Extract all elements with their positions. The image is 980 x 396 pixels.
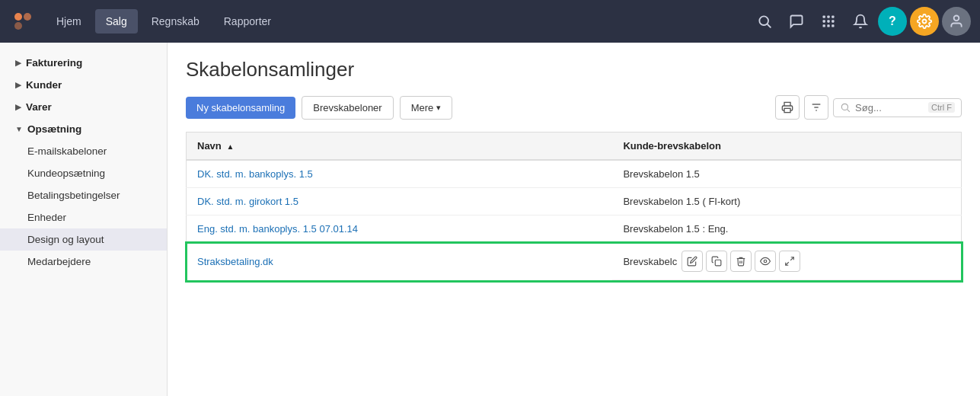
nav-regnskab[interactable]: Regnskab: [141, 9, 210, 34]
topnav-icons: ?: [750, 7, 971, 36]
search-input-icon: [840, 102, 851, 113]
page-title: Skabelonsamlinger: [186, 58, 962, 81]
cell-customer-letter: Brevskabelon 1.5: [612, 160, 961, 188]
sidebar-item-kunder[interactable]: ▶ Kunder: [0, 74, 167, 96]
cell-customer-letter: Brevskabelon 1.5 : Eng.: [612, 216, 961, 243]
svg-line-21: [848, 110, 850, 112]
table-row[interactable]: DK. std. m. girokort 1.5 Brevskabelon 1.…: [187, 188, 962, 216]
mere-button[interactable]: Mere ▾: [400, 96, 453, 120]
table-row[interactable]: DK. std. m. bankoplys. 1.5 Brevskabelon …: [187, 160, 962, 188]
chat-icon[interactable]: [782, 7, 811, 36]
data-table: Navn ▲ Kunde-brevskabelon DK. std. m. ba…: [186, 132, 962, 281]
svg-rect-8: [823, 20, 825, 22]
svg-rect-13: [832, 24, 834, 27]
sidebar-item-fakturering[interactable]: ▶ Fakturering: [0, 52, 167, 74]
svg-rect-11: [823, 24, 825, 27]
cell-customer-letter: Brevskabelc: [612, 243, 961, 280]
svg-rect-9: [827, 20, 829, 22]
svg-rect-7: [832, 16, 834, 18]
filter-icon[interactable]: [804, 95, 828, 120]
sidebar-item-betalingsbetingelser[interactable]: Betalingsbetingelser: [0, 184, 167, 206]
svg-point-2: [14, 22, 22, 30]
arrow-icon: ▶: [15, 81, 21, 89]
sidebar-item-opsaetning[interactable]: ▼ Opsætning: [0, 118, 167, 140]
svg-rect-10: [832, 20, 834, 22]
main-layout: ▶ Fakturering ▶ Kunder ▶ Varer ▼ Opsætni…: [0, 43, 980, 396]
svg-point-0: [14, 13, 22, 21]
delete-icon[interactable]: [730, 251, 752, 272]
arrow-icon: ▼: [15, 125, 23, 133]
user-icon[interactable]: [942, 7, 971, 36]
svg-point-14: [923, 20, 927, 24]
toolbar-actions: Ctrl F: [775, 95, 962, 120]
col-header-navn[interactable]: Navn ▲: [187, 133, 613, 161]
svg-point-3: [759, 16, 768, 25]
cell-name: Eng. std. m. bankoplys. 1.5 07.01.14: [187, 216, 613, 243]
expand-icon[interactable]: [779, 251, 800, 272]
search-shortcut: Ctrl F: [928, 102, 955, 113]
table-row[interactable]: Eng. std. m. bankoplys. 1.5 07.01.14 Bre…: [187, 216, 962, 243]
sidebar-item-varer[interactable]: ▶ Varer: [0, 96, 167, 118]
sidebar-item-enheder[interactable]: Enheder: [0, 206, 167, 228]
col-header-kunde-brevskabelon[interactable]: Kunde-brevskabelon: [612, 133, 961, 161]
sort-arrow-icon: ▲: [226, 142, 234, 151]
toolbar: Ny skabelonsamling Brevskabeloner Mere ▾…: [186, 95, 962, 120]
sidebar-item-kundeopsat[interactable]: Kundeopsætning: [0, 162, 167, 184]
svg-rect-12: [827, 24, 829, 27]
sidebar-item-medarbejdere[interactable]: Medarbejdere: [0, 251, 167, 273]
sidebar-item-design-og-layout[interactable]: Design og layout: [0, 228, 167, 251]
sidebar: ▶ Fakturering ▶ Kunder ▶ Varer ▼ Opsætni…: [0, 43, 168, 396]
svg-line-4: [768, 24, 771, 28]
svg-rect-16: [784, 108, 790, 112]
brevskabeloner-button[interactable]: Brevskabeloner: [302, 96, 393, 120]
bell-icon[interactable]: [846, 7, 875, 36]
svg-rect-6: [827, 16, 829, 18]
table-row-highlighted[interactable]: Straksbetaling.dk Brevskabelc: [187, 243, 962, 281]
preview-icon[interactable]: [755, 251, 776, 272]
svg-line-25: [786, 262, 789, 265]
sidebar-item-emailskabeloner[interactable]: E-mailskabeloner: [0, 140, 167, 162]
search-box: Ctrl F: [833, 98, 962, 117]
svg-point-15: [954, 16, 959, 21]
content-area: Skabelonsamlinger Ny skabelonsamling Bre…: [168, 43, 980, 396]
search-icon[interactable]: [750, 7, 779, 36]
print-icon[interactable]: [775, 95, 800, 120]
chevron-down-icon: ▾: [436, 103, 441, 113]
cell-name: DK. std. m. bankoplys. 1.5: [187, 160, 613, 188]
help-icon[interactable]: ?: [878, 7, 907, 36]
svg-point-1: [24, 13, 31, 21]
topnav: Hjem Salg Regnskab Rapporter ?: [0, 0, 980, 43]
cell-name: DK. std. m. girokort 1.5: [187, 188, 613, 216]
search-input[interactable]: [855, 102, 924, 113]
row-actions: [682, 251, 800, 272]
arrow-icon: ▶: [15, 59, 21, 67]
svg-rect-22: [715, 260, 721, 266]
arrow-icon: ▶: [15, 103, 21, 111]
svg-line-24: [790, 257, 793, 260]
new-skabelonsamling-button[interactable]: Ny skabelonsamling: [186, 97, 295, 119]
svg-point-23: [764, 260, 767, 263]
settings-icon[interactable]: [910, 7, 939, 36]
cell-customer-letter: Brevskabelon 1.5 ( FI-kort): [612, 188, 961, 216]
nav-salg[interactable]: Salg: [95, 9, 138, 34]
edit-icon[interactable]: [682, 251, 703, 272]
logo[interactable]: [9, 8, 37, 35]
apps-icon[interactable]: [814, 7, 843, 36]
nav-rapporter[interactable]: Rapporter: [213, 9, 282, 34]
svg-point-20: [841, 104, 848, 110]
cell-name: Straksbetaling.dk: [187, 243, 613, 281]
svg-rect-5: [823, 16, 825, 18]
nav-hjem[interactable]: Hjem: [46, 9, 92, 34]
copy-icon[interactable]: [706, 251, 727, 272]
